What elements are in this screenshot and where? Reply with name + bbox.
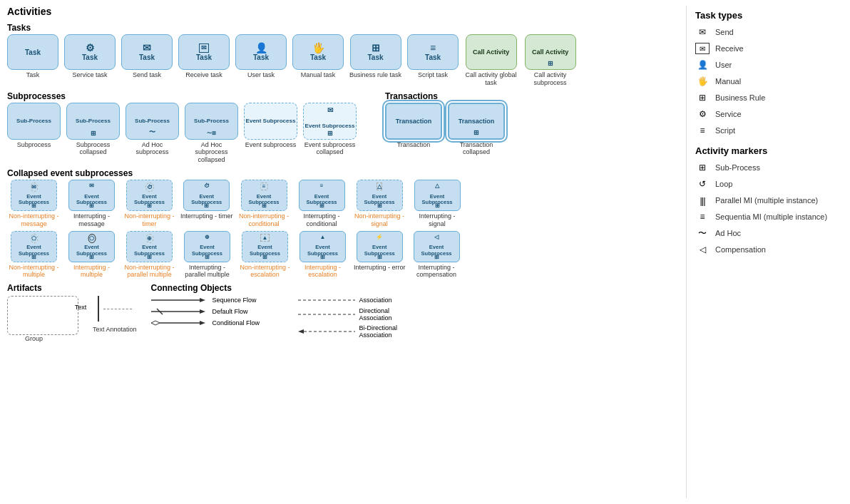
ce-int-msg-marker: ⊞ (89, 202, 94, 209)
transactions-section: Transactions Transaction Transaction Tra… (385, 91, 505, 157)
task-item-user: 👤 Task User task (235, 34, 287, 87)
task-item-script: ≡ Task Script task (407, 34, 459, 87)
adhoc-marker-icon: 〜 (695, 227, 710, 239)
ce-nonint-cond-box[interactable]: ≡ Event Subprocess ⊞ (241, 180, 287, 211)
ce-nonint-esc-box[interactable]: ▲ Event Subprocess ⊞ (242, 231, 288, 262)
task-box-service[interactable]: ⚙ Task (64, 34, 116, 70)
subprocess-marker-row: ⊞ Sub-Process (695, 162, 843, 173)
conditional-flow-arrow (151, 319, 208, 327)
default-flow-label: Default Flow (212, 308, 277, 315)
ce-nonint-msg-label: Non-interrupting - message (7, 212, 61, 228)
ce-int-timer-box[interactable]: ⏱ Event Subprocess ⊞ (183, 180, 230, 211)
association-types: Association Directional Association (298, 296, 424, 339)
event-subprocess-collapsed-box[interactable]: ✉ Event Subprocess ⊞ (303, 103, 357, 140)
bidirectional-association-line (298, 327, 355, 336)
ce-int-cond-box[interactable]: ≡ Event Subprocess ⊞ (299, 180, 345, 211)
ce-int-par-icon: ⊕ (205, 234, 210, 240)
ce-int-sig-icon: △ (435, 182, 439, 189)
ce-int-sig: △ Event Subprocess ⊞ Interrupting - sign… (411, 180, 464, 228)
ce-int-par-box[interactable]: ⊕ Event Subprocess ⊞ (184, 231, 230, 262)
ce-nonint-multi: ⬠ Event Subprocess ⊞ Non-interrupting - … (7, 231, 61, 279)
artifacts-content: Group Text Text Annotation (7, 296, 137, 343)
subprocess-collapsed-label: Subprocess collapsed (66, 141, 120, 157)
collapsed-events-section: Collapsed event subprocesses ✉ Event Sub… (7, 168, 680, 279)
subprocess-box[interactable]: Sub-Process (7, 103, 61, 140)
ce-nonint-timer-box[interactable]: ⏱ Event Subprocess ⊞ (126, 180, 173, 211)
ce-nonint-msg: ✉ Event Subprocess ⊞ Non-interrupting - … (7, 180, 61, 228)
annotation-sublabel: Text Annotation (93, 326, 137, 334)
ce-nonint-multi-box[interactable]: ⬠ Event Subprocess ⊞ (11, 231, 57, 262)
loop-marker-label: Loop (715, 180, 732, 188)
task-label-text: Task (82, 53, 98, 61)
task-box-user[interactable]: 👤 Task (235, 34, 287, 70)
bottom-row: Artifacts Group Text (7, 283, 680, 343)
ce-nonint-msg-box[interactable]: ✉ Event Subprocess ⊞ (11, 180, 57, 211)
task-box-task[interactable]: Task (7, 34, 58, 70)
subprocess-row: Sub-Process Subprocess Sub-Process ⊞ Sub… (7, 103, 357, 164)
ce-int-error: ⚡ Event Subprocess ⊞ Interrupting - erro… (354, 231, 406, 279)
ce-int-par-marker: ⊞ (205, 254, 210, 260)
send-icon: ✉ (143, 43, 151, 53)
task-box-script[interactable]: ≡ Task (407, 34, 459, 70)
task-sublabel-service: Service task (72, 71, 107, 79)
conditional-flow-line (151, 319, 208, 327)
ce-int-sig-label: Interrupting - signal (411, 212, 464, 228)
tasks-row: Task Task ⚙ Task Service task ✉ Ta (7, 34, 680, 87)
task-box-send[interactable]: ✉ Task (121, 34, 173, 70)
event-subprocess-text: Event Subprocess (246, 118, 296, 124)
ce-int-comp-box[interactable]: ◁ Event Subprocess ⊞ (414, 231, 460, 262)
task-box-business[interactable]: ⊞ Task (350, 34, 401, 70)
subprocess-collapsed-box[interactable]: Sub-Process ⊞ (66, 103, 120, 140)
ce-int-multi: ⬠ Event Subprocess ⊞ Interrupting - mult… (65, 231, 118, 279)
ce-int-msg-box[interactable]: ✉ Event Subprocess ⊞ (68, 180, 115, 211)
ce-nonint-sig-box[interactable]: △ Event Subprocess ⊞ (357, 180, 403, 211)
script-icon: ≡ (430, 43, 436, 53)
ce-int-sig-marker: ⊞ (435, 202, 440, 209)
manual-type-row: 🖐 Manual (695, 76, 843, 87)
group-box[interactable] (7, 296, 78, 335)
collapsed-events-row2: ⬠ Event Subprocess ⊞ Non-interrupting - … (7, 231, 680, 279)
ce-int-multi-box[interactable]: ⬠ Event Subprocess ⊞ (68, 231, 115, 262)
directional-association-line (298, 310, 355, 319)
adhoc-text: Sub-Process (135, 118, 170, 124)
svg-marker-11 (298, 329, 304, 334)
receive-type-label: Receive (715, 44, 744, 53)
task-box-manual[interactable]: 🖐 Task (292, 34, 344, 70)
artifacts-section: Artifacts Group Text (7, 283, 137, 343)
ce-nonint-timer: ⏱ Event Subprocess ⊞ Non-interrupting - … (123, 180, 176, 228)
transaction-box[interactable]: Transaction (385, 103, 442, 140)
sequence-flow-arrow (151, 296, 208, 304)
ce-nonint-timer-label: Non-interrupting - timer (123, 212, 176, 228)
ce-int-error-label: Interrupting - error (354, 264, 406, 272)
ce-nonint-par-box[interactable]: ⊕ Event Subprocess ⊞ (126, 231, 173, 262)
user-type-row: 👤 User (695, 59, 843, 71)
flow-types: Sequence Flow Default Flow (151, 296, 277, 339)
ce-int-cond: ≡ Event Subprocess ⊞ Interrupting - cond… (295, 180, 349, 228)
ce-nonint-multi-label: Non-interrupting - multiple (7, 264, 61, 279)
transaction-collapsed-box[interactable]: Transaction ⊞ (448, 103, 505, 140)
default-flow-line (151, 307, 208, 316)
task-sublabel-send: Send task (133, 71, 161, 79)
ce-int-esc-box[interactable]: ▲ Event Subprocess ⊞ (299, 231, 346, 262)
event-subprocess-box[interactable]: Event Subprocess (244, 103, 297, 140)
task-item-service: ⚙ Task Service task (64, 34, 116, 87)
directional-association-arrow (298, 310, 355, 319)
parallel-mi-marker-icon: ||| (695, 195, 710, 206)
parallel-mi-marker-row: ||| Parallel MI (multiple instance) (695, 195, 843, 206)
task-sublabel-call-global: Call activity global task (464, 71, 518, 87)
ce-int-cond-marker: ⊞ (319, 202, 324, 209)
association-label: Association (359, 297, 424, 304)
ce-int-error-box[interactable]: ⚡ Event Subprocess ⊞ (357, 231, 403, 262)
compensation-marker-icon: ◁ (695, 244, 710, 255)
task-label-text: Task (425, 53, 441, 61)
script-type-icon: ≡ (695, 125, 710, 136)
association-line (298, 296, 355, 304)
adhoc-subprocess-box[interactable]: Sub-Process 〜 (126, 103, 179, 140)
task-box-call-global[interactable]: Call Activity (466, 34, 517, 70)
task-box-call-subprocess[interactable]: Call Activity ⊞ (525, 34, 576, 70)
adhoc-collapsed-box[interactable]: Sub-Process 〜⊞ (185, 103, 238, 140)
sequence-flow-row: Sequence Flow (151, 296, 277, 304)
ce-int-sig-box[interactable]: △ Event Subprocess ⊞ (414, 180, 461, 211)
task-box-receive[interactable]: ✉ Task (178, 34, 230, 70)
task-item-call-global: Call Activity Call activity global task (464, 34, 518, 87)
